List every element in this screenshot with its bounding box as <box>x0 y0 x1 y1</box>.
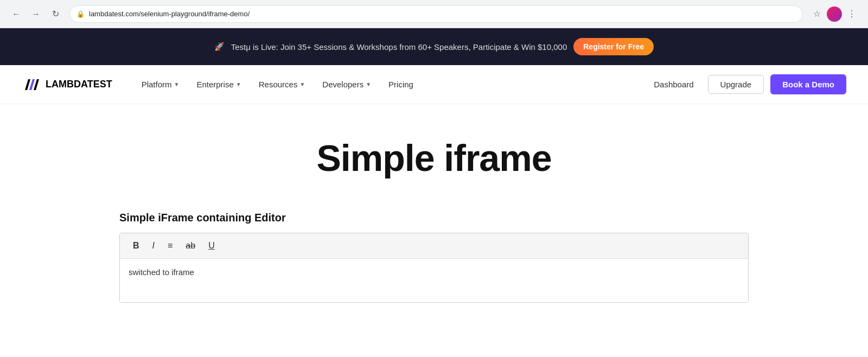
nav-actions: Dashboard Upgrade Book a Demo <box>646 74 846 94</box>
browser-chrome: ← → ↻ 🔒 ☆ ⋮ <box>0 0 868 28</box>
strikethrough-button[interactable]: ab <box>181 239 200 253</box>
nav-resources-label: Resources <box>259 80 298 89</box>
main-content: Simple iframe Simple iFrame containing E… <box>0 104 868 324</box>
nav-menu: Platform ▼ Enterprise ▼ Resources ▼ Deve… <box>134 75 647 93</box>
upgrade-button[interactable]: Upgrade <box>708 75 764 94</box>
editor-container: B I ≡ ab U switched to iframe <box>119 233 749 303</box>
nav-platform[interactable]: Platform ▼ <box>134 75 187 93</box>
banner-emoji: 🚀 <box>214 42 225 52</box>
nav-resources[interactable]: Resources ▼ <box>251 75 313 93</box>
bookmark-button[interactable]: ☆ <box>809 7 825 22</box>
nav-platform-label: Platform <box>142 80 172 89</box>
reload-button[interactable]: ↻ <box>48 7 63 22</box>
nav-pricing[interactable]: Pricing <box>381 75 421 93</box>
nav-developers-label: Developers <box>322 80 363 89</box>
forward-button[interactable]: → <box>28 7 43 22</box>
italic-button[interactable]: I <box>148 239 159 253</box>
book-demo-button[interactable]: Book a Demo <box>770 74 846 94</box>
logo[interactable]: LAMBDATEST <box>22 75 112 94</box>
menu-button[interactable]: ⋮ <box>844 7 859 22</box>
editor-toolbar: B I ≡ ab U <box>120 233 748 259</box>
chevron-down-icon: ▼ <box>236 81 241 87</box>
nav-enterprise[interactable]: Enterprise ▼ <box>189 75 248 93</box>
back-button[interactable]: ← <box>9 7 24 22</box>
logo-icon <box>22 75 41 94</box>
nav-developers[interactable]: Developers ▼ <box>315 75 379 93</box>
address-bar-container: 🔒 <box>69 5 803 23</box>
chevron-down-icon: ▼ <box>299 81 305 87</box>
lock-icon: 🔒 <box>76 10 85 18</box>
chevron-down-icon: ▼ <box>174 81 180 87</box>
banner-text: Testμ is Live: Join 35+ Sessions & Works… <box>231 42 567 52</box>
editor-section-title: Simple iFrame containing Editor <box>119 212 749 224</box>
logo-text: LAMBDATEST <box>46 79 112 90</box>
address-input[interactable] <box>89 10 796 18</box>
profile-button[interactable] <box>827 7 842 22</box>
editor-body[interactable]: switched to iframe <box>120 259 748 302</box>
editor-section: Simple iFrame containing Editor B I ≡ ab… <box>119 212 749 303</box>
bold-button[interactable]: B <box>129 239 144 253</box>
browser-actions: ☆ ⋮ <box>809 7 859 22</box>
underline-button[interactable]: U <box>204 239 219 253</box>
site-header: LAMBDATEST Platform ▼ Enterprise ▼ Resou… <box>0 65 868 104</box>
page-title: Simple iframe <box>22 137 846 179</box>
chevron-down-icon: ▼ <box>366 81 371 87</box>
register-button[interactable]: Register for Free <box>573 38 654 55</box>
dashboard-button[interactable]: Dashboard <box>646 75 701 93</box>
browser-nav-buttons: ← → ↻ <box>9 7 63 22</box>
align-button[interactable]: ≡ <box>163 239 177 253</box>
nav-enterprise-label: Enterprise <box>196 80 233 89</box>
announcement-banner: 🚀 Testμ is Live: Join 35+ Sessions & Wor… <box>0 28 868 65</box>
